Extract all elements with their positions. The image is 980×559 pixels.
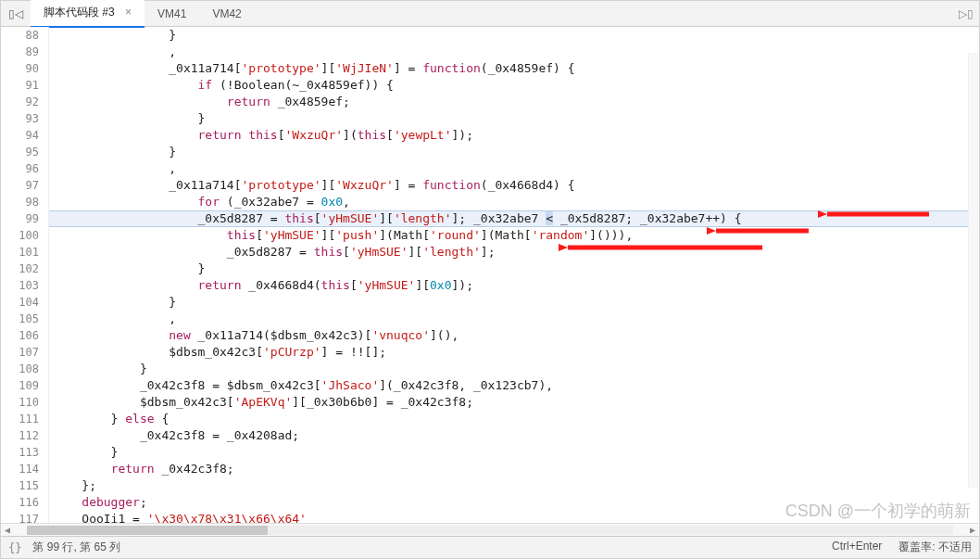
shortcut-hint: Ctrl+Enter	[832, 540, 882, 555]
close-icon[interactable]: ×	[125, 6, 132, 19]
scroll-thumb[interactable]	[27, 526, 268, 535]
tab-active[interactable]: 脚本代码段 #3 ×	[31, 0, 144, 28]
tab-nav-left[interactable]: ▯◁	[1, 6, 31, 22]
horizontal-scrollbar[interactable]: ◀ ▶	[1, 523, 979, 536]
scroll-track[interactable]	[27, 526, 953, 535]
tab-vm41[interactable]: VM41	[144, 2, 199, 26]
cursor-position: 第 99 行, 第 65 列	[32, 540, 120, 555]
nav-next-icon[interactable]: ▷▯	[959, 7, 974, 20]
tab-bar: ▯◁ 脚本代码段 #3 × VM41 VM42 ▷▯	[1, 1, 979, 27]
coverage-info: 覆盖率: 不适用	[898, 540, 972, 555]
vertical-scrollbar[interactable]	[968, 53, 979, 488]
status-bar: {} 第 99 行, 第 65 列 Ctrl+Enter 覆盖率: 不适用	[1, 536, 979, 558]
scroll-right-icon[interactable]: ▶	[966, 525, 979, 535]
code-editor[interactable]: 8889909192939495969798991001011021031041…	[1, 27, 979, 523]
tab-nav-right[interactable]: ▷▯	[959, 7, 979, 20]
line-gutter: 8889909192939495969798991001011021031041…	[1, 27, 49, 523]
tab-vm42[interactable]: VM42	[199, 2, 254, 26]
highlighted-line: _0x5d8287 = this['yHmSUE']['length']; _0…	[49, 210, 979, 227]
nav-first-icon[interactable]: ▯◁	[5, 6, 27, 22]
code-area[interactable]: } , _0x11a714['prototype']['WjJIeN'] = f…	[49, 27, 979, 523]
pretty-print-button[interactable]: {}	[8, 541, 21, 554]
tab-active-label: 脚本代码段 #3	[44, 6, 115, 19]
scroll-left-icon[interactable]: ◀	[1, 525, 14, 535]
